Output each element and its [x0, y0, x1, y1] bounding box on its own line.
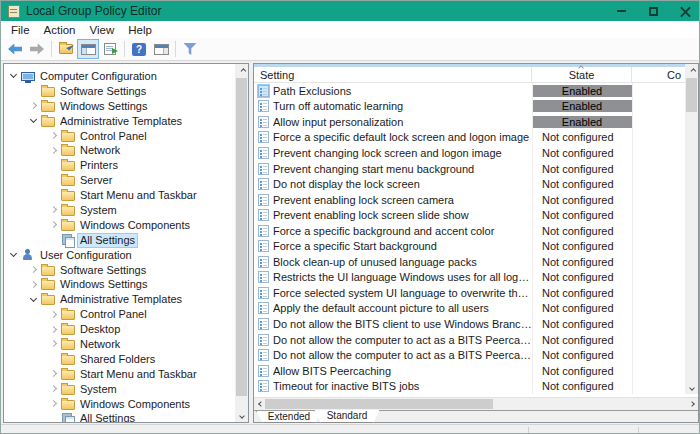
tree-item[interactable]: Administrative Templates — [4, 292, 235, 307]
tree-item[interactable]: Windows Settings — [4, 277, 235, 292]
table-row[interactable]: Timeout for inactive BITS jobs Not confi… — [254, 378, 685, 394]
tree-item[interactable]: Windows Components — [4, 397, 235, 412]
tree-expander-icon[interactable] — [48, 130, 60, 142]
tree-expander-icon[interactable] — [8, 249, 20, 261]
tree-item[interactable]: Desktop — [4, 322, 235, 337]
tree-expander-icon[interactable] — [48, 398, 60, 410]
tree-expander-icon[interactable] — [48, 190, 60, 202]
tree-scrollbar[interactable] — [235, 64, 248, 422]
tree-expander-icon[interactable] — [48, 145, 60, 157]
help-button[interactable]: ? — [128, 39, 150, 59]
column-header-comment[interactable]: Co — [632, 67, 685, 82]
table-row[interactable]: Prevent changing lock screen and logon i… — [254, 145, 685, 161]
table-row[interactable]: Do not allow the computer to act as a BI… — [254, 332, 685, 348]
show-console-tree-button[interactable] — [77, 39, 99, 59]
tree-item[interactable]: Software Settings — [4, 84, 235, 99]
tree-expander-icon[interactable] — [28, 294, 40, 306]
tree-item[interactable]: User Configuration — [4, 248, 235, 263]
scroll-down-arrow[interactable] — [235, 409, 248, 422]
tree-expander-icon[interactable] — [48, 413, 60, 422]
tree-expander-icon[interactable] — [28, 264, 40, 276]
tree-expander-icon[interactable] — [48, 219, 60, 231]
menu-item[interactable]: View — [83, 23, 122, 37]
column-header-setting[interactable]: Setting — [254, 67, 532, 82]
show-action-pane-button[interactable] — [150, 39, 172, 59]
table-row[interactable]: Do not display the lock screen Not confi… — [254, 176, 685, 192]
minimize-button[interactable] — [605, 1, 637, 21]
table-row[interactable]: Prevent enabling lock screen slide show … — [254, 207, 685, 223]
table-row[interactable]: Prevent changing start menu background N… — [254, 161, 685, 177]
tree-item[interactable]: Software Settings — [4, 263, 235, 278]
menu-item[interactable]: Action — [37, 23, 83, 37]
tree-expander-icon[interactable] — [28, 115, 40, 127]
tree-item[interactable]: Control Panel — [4, 129, 235, 144]
table-row[interactable]: Apply the default account picture to all… — [254, 301, 685, 317]
tree-expander-icon[interactable] — [48, 175, 60, 187]
scroll-right-arrow[interactable] — [685, 398, 698, 410]
tree-expander-icon[interactable] — [48, 353, 60, 365]
up-one-level-button[interactable] — [55, 39, 77, 59]
export-list-button[interactable] — [99, 39, 121, 59]
table-row[interactable]: Force a specific background and accent c… — [254, 223, 685, 239]
tab-extended[interactable]: Extended — [256, 411, 322, 423]
tree-expander-icon[interactable] — [48, 309, 60, 321]
tree-expander-icon[interactable] — [8, 70, 20, 82]
tree-item[interactable]: Windows Components — [4, 218, 235, 233]
tree-item[interactable]: Network — [4, 337, 235, 352]
table-row[interactable]: Prevent enabling lock screen camera Not … — [254, 192, 685, 208]
horizontal-scrollbar[interactable] — [254, 397, 698, 410]
table-row[interactable]: Restricts the UI language Windows uses f… — [254, 270, 685, 286]
scrollbar-thumb[interactable] — [686, 78, 697, 112]
tree-expander-icon[interactable] — [48, 383, 60, 395]
tree-expander-icon[interactable] — [48, 338, 60, 350]
table-row[interactable]: Path Exclusions Enabled — [254, 83, 685, 99]
scrollbar-thumb[interactable] — [265, 399, 493, 409]
table-row[interactable]: Do not allow the computer to act as a BI… — [254, 347, 685, 363]
close-button[interactable] — [669, 1, 700, 21]
tree-item[interactable]: Control Panel — [4, 307, 235, 322]
column-header-state[interactable]: State — [532, 67, 632, 82]
tree-item[interactable]: All Settings — [4, 411, 235, 422]
title-bar[interactable]: Local Group Policy Editor — [1, 1, 700, 21]
menu-item[interactable]: Help — [121, 23, 159, 37]
scrollbar-thumb[interactable] — [236, 78, 247, 396]
filter-button[interactable] — [179, 39, 201, 59]
scroll-up-arrow[interactable] — [685, 64, 698, 77]
tree-item[interactable]: Administrative Templates — [4, 114, 235, 129]
table-row[interactable]: Allow input personalization Enabled — [254, 114, 685, 130]
tree-expander-icon[interactable] — [48, 368, 60, 380]
list-scrollbar[interactable] — [685, 64, 698, 394]
back-button[interactable] — [4, 39, 26, 59]
tree-item[interactable]: System — [4, 203, 235, 218]
table-row[interactable]: Block clean-up of unused language packs … — [254, 254, 685, 270]
table-row[interactable]: Force selected system UI language to ove… — [254, 285, 685, 301]
tree-expander-icon[interactable] — [48, 204, 60, 216]
tree-item[interactable]: Computer Configuration — [4, 69, 235, 84]
tree-item[interactable]: Network — [4, 143, 235, 158]
tree-item[interactable]: All Settings — [4, 233, 235, 248]
menu-item[interactable]: File — [4, 23, 37, 37]
table-row[interactable]: Turn off automatic learning Enabled — [254, 99, 685, 115]
table-row[interactable]: Force a specific default lock screen and… — [254, 130, 685, 146]
maximize-button[interactable] — [637, 1, 669, 21]
tree-item[interactable]: Printers — [4, 158, 235, 173]
scroll-down-arrow[interactable] — [685, 381, 698, 394]
tree-item[interactable]: Start Menu and Taskbar — [4, 367, 235, 382]
tree-expander-icon[interactable] — [28, 100, 40, 112]
tree-expander-icon[interactable] — [48, 234, 60, 246]
tree-expander-icon[interactable] — [48, 160, 60, 172]
tree-expander-icon[interactable] — [48, 324, 60, 336]
table-row[interactable]: Do not allow the BITS client to use Wind… — [254, 316, 685, 332]
tree-item[interactable]: Windows Settings — [4, 99, 235, 114]
tree-item[interactable]: Server — [4, 173, 235, 188]
forward-button[interactable] — [26, 39, 48, 59]
tree-item[interactable]: Start Menu and Taskbar — [4, 188, 235, 203]
table-row[interactable]: Allow BITS Peercaching Not configured — [254, 363, 685, 379]
table-row[interactable]: Force a specific Start background Not co… — [254, 238, 685, 254]
tree-item[interactable]: Shared Folders — [4, 352, 235, 367]
scroll-up-arrow[interactable] — [235, 64, 248, 77]
tree-expander-icon[interactable] — [28, 279, 40, 291]
tab-standard[interactable]: Standard — [314, 410, 380, 423]
tree-expander-icon[interactable] — [28, 85, 40, 97]
tree-item[interactable]: System — [4, 382, 235, 397]
